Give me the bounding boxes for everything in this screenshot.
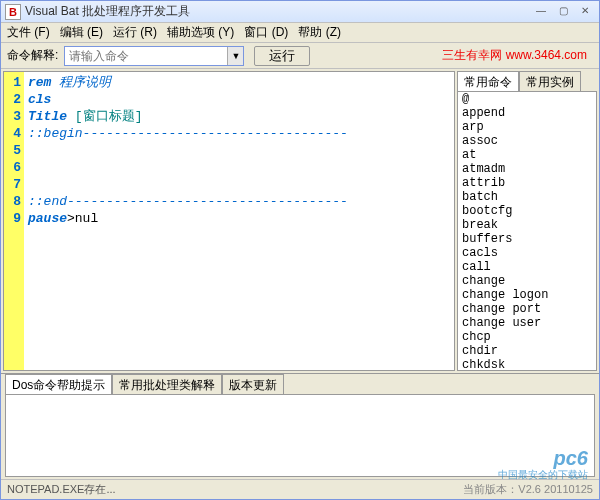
command-list-item[interactable]: call — [458, 260, 596, 274]
tab-dos-help[interactable]: Dos命令帮助提示 — [5, 374, 112, 394]
menubar: 文件 (F) 编辑 (E) 运行 (R) 辅助选项 (Y) 窗口 (D) 帮助 … — [1, 23, 599, 43]
command-list-item[interactable]: bootcfg — [458, 204, 596, 218]
status-left: NOTEPAD.EXE存在... — [7, 482, 463, 497]
code-editor[interactable]: 123456789 rem 程序说明clsTitle [窗口标题]::begin… — [4, 72, 454, 370]
command-list-item[interactable]: change port — [458, 302, 596, 316]
tab-common-examples[interactable]: 常用实例 — [519, 71, 581, 91]
command-list[interactable]: @appendarpassocatatmadmattribbatchbootcf… — [457, 91, 597, 371]
line-number: 9 — [4, 210, 21, 227]
command-list-item[interactable]: @ — [458, 92, 596, 106]
code-line[interactable] — [28, 159, 450, 176]
command-list-item[interactable]: attrib — [458, 176, 596, 190]
right-pane: 常用命令 常用实例 @appendarpassocatatmadmattribb… — [457, 71, 597, 371]
command-list-item[interactable]: atmadm — [458, 162, 596, 176]
bottom-area: Dos命令帮助提示 常用批处理类解释 版本更新 — [1, 373, 599, 479]
toolbar: 命令解释: ▼ 运行 三生有幸网 www.3464.com — [1, 43, 599, 69]
code-line[interactable] — [28, 176, 450, 193]
watermark-link[interactable]: 三生有幸网 www.3464.com — [442, 47, 587, 64]
menu-help[interactable]: 帮助 (Z) — [298, 24, 341, 41]
combo-dropdown-icon[interactable]: ▼ — [227, 47, 243, 65]
code-line[interactable]: Title [窗口标题] — [28, 108, 450, 125]
code-line[interactable]: rem 程序说明 — [28, 74, 450, 91]
menu-aux[interactable]: 辅助选项 (Y) — [167, 24, 234, 41]
tab-batch-explain[interactable]: 常用批处理类解释 — [112, 374, 222, 394]
command-list-item[interactable]: chdir — [458, 344, 596, 358]
line-number: 3 — [4, 108, 21, 125]
statusbar: NOTEPAD.EXE存在... 当前版本：V2.6 20110125 — [1, 479, 599, 499]
menu-edit[interactable]: 编辑 (E) — [60, 24, 103, 41]
line-number: 1 — [4, 74, 21, 91]
command-list-item[interactable]: cacls — [458, 246, 596, 260]
right-tabs: 常用命令 常用实例 — [457, 71, 597, 91]
line-gutter: 123456789 — [4, 72, 24, 370]
tab-common-commands[interactable]: 常用命令 — [457, 71, 519, 91]
app-window: B Visual Bat 批处理程序开发工具 — ▢ ✕ 文件 (F) 编辑 (… — [0, 0, 600, 500]
code-line[interactable]: ::end-----------------------------------… — [28, 193, 450, 210]
code-line[interactable]: cls — [28, 91, 450, 108]
code-line[interactable]: pause>nul — [28, 210, 450, 227]
code-content[interactable]: rem 程序说明clsTitle [窗口标题]::begin----------… — [24, 72, 454, 370]
line-number: 2 — [4, 91, 21, 108]
command-combo[interactable]: ▼ — [64, 46, 244, 66]
command-list-item[interactable]: at — [458, 148, 596, 162]
command-list-item[interactable]: batch — [458, 190, 596, 204]
minimize-button[interactable]: — — [531, 4, 551, 20]
editor-pane: 123456789 rem 程序说明clsTitle [窗口标题]::begin… — [3, 71, 455, 371]
help-output[interactable] — [5, 394, 595, 477]
combo-label: 命令解释: — [7, 47, 58, 64]
menu-run[interactable]: 运行 (R) — [113, 24, 157, 41]
command-list-item[interactable]: chkdsk — [458, 358, 596, 371]
main-area: 123456789 rem 程序说明clsTitle [窗口标题]::begin… — [1, 69, 599, 373]
run-button[interactable]: 运行 — [254, 46, 310, 66]
menu-window[interactable]: 窗口 (D) — [244, 24, 288, 41]
code-line[interactable]: ::begin---------------------------------… — [28, 125, 450, 142]
line-number: 7 — [4, 176, 21, 193]
command-list-item[interactable]: change — [458, 274, 596, 288]
line-number: 5 — [4, 142, 21, 159]
command-list-item[interactable]: change logon — [458, 288, 596, 302]
close-button[interactable]: ✕ — [575, 4, 595, 20]
code-line[interactable] — [28, 142, 450, 159]
command-list-item[interactable]: chcp — [458, 330, 596, 344]
line-number: 4 — [4, 125, 21, 142]
titlebar: B Visual Bat 批处理程序开发工具 — ▢ ✕ — [1, 1, 599, 23]
line-number: 8 — [4, 193, 21, 210]
command-list-item[interactable]: break — [458, 218, 596, 232]
tab-version-update[interactable]: 版本更新 — [222, 374, 284, 394]
menu-file[interactable]: 文件 (F) — [7, 24, 50, 41]
maximize-button[interactable]: ▢ — [553, 4, 573, 20]
command-list-item[interactable]: arp — [458, 120, 596, 134]
command-list-item[interactable]: append — [458, 106, 596, 120]
command-list-item[interactable]: assoc — [458, 134, 596, 148]
command-input[interactable] — [65, 47, 227, 65]
command-list-item[interactable]: buffers — [458, 232, 596, 246]
line-number: 6 — [4, 159, 21, 176]
app-icon: B — [5, 4, 21, 20]
bottom-tabs: Dos命令帮助提示 常用批处理类解释 版本更新 — [1, 374, 599, 394]
command-list-item[interactable]: change user — [458, 316, 596, 330]
status-right: 当前版本：V2.6 20110125 — [463, 482, 593, 497]
window-title: Visual Bat 批处理程序开发工具 — [25, 3, 529, 20]
